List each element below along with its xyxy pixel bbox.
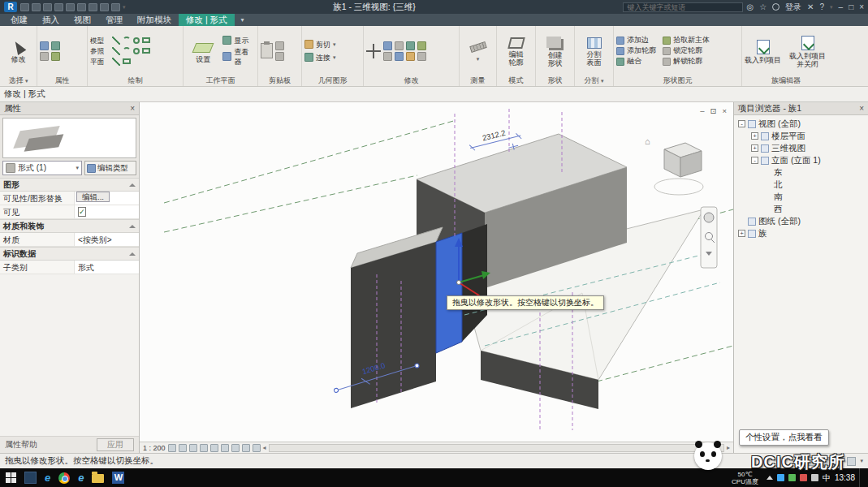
expand-icon[interactable]: [751, 132, 758, 140]
ref-arc-icon[interactable]: [123, 47, 131, 55]
lock-profile-button[interactable]: 锁定轮廓: [663, 46, 710, 55]
file-explorer-icon[interactable]: [92, 474, 104, 483]
ref-line-icon[interactable]: [112, 47, 120, 55]
plane-pick-icon[interactable]: [123, 58, 131, 64]
offset-icon[interactable]: [395, 41, 404, 50]
clock[interactable]: 13:38: [835, 473, 855, 482]
visibility-edit-button[interactable]: 编辑...: [76, 192, 110, 202]
help-dropdown-icon[interactable]: ▾: [830, 4, 833, 11]
scale-button[interactable]: 1 : 200: [143, 444, 166, 452]
mass-face-wing-front[interactable]: [351, 242, 436, 408]
tab-view[interactable]: 视图: [67, 14, 98, 26]
3d-view-icon[interactable]: [100, 3, 109, 11]
sun-path-icon[interactable]: [189, 444, 197, 452]
print-icon[interactable]: [66, 3, 75, 11]
tab-addins[interactable]: 附加模块: [130, 14, 179, 26]
draw-arc-icon[interactable]: [123, 37, 131, 45]
viewcube-home-icon[interactable]: ⌂: [645, 136, 650, 146]
type-properties-icon[interactable]: [51, 52, 60, 61]
temporary-hide-isolate-icon[interactable]: [242, 444, 250, 452]
view-close-icon[interactable]: ×: [722, 106, 727, 115]
family-types-icon[interactable]: [51, 41, 60, 50]
signin-label[interactable]: 登录: [785, 2, 801, 13]
delete-icon[interactable]: [417, 52, 426, 61]
blend-button[interactable]: 融合: [616, 57, 656, 66]
tab-create[interactable]: 创建: [3, 14, 35, 26]
apply-button[interactable]: 应用: [97, 438, 134, 451]
measure-tool-icon[interactable]: [469, 41, 486, 53]
promo-bubble[interactable]: 个性设置，点我看看: [739, 429, 829, 446]
tab-insert[interactable]: 插入: [35, 14, 67, 26]
save-icon[interactable]: [32, 3, 41, 11]
tree-item-west[interactable]: 西: [734, 203, 868, 215]
tree-item-views[interactable]: 视图 (全部): [734, 118, 868, 130]
section-icon[interactable]: [111, 3, 120, 11]
ie-icon[interactable]: e: [78, 472, 84, 484]
cut-icon[interactable]: [275, 41, 284, 50]
divide-surface-button[interactable]: 分割表面: [577, 35, 611, 67]
reveal-hidden-elements-icon[interactable]: [253, 444, 261, 452]
plane-line-icon[interactable]: [112, 58, 120, 66]
rotate-icon[interactable]: [417, 41, 426, 50]
shadows-icon[interactable]: [200, 444, 208, 452]
material-value[interactable]: <按类别>: [75, 233, 139, 246]
draw-circle-icon[interactable]: [133, 37, 140, 44]
gizmo-origin[interactable]: [457, 281, 461, 285]
edge-icon[interactable]: e: [45, 472, 50, 484]
subcategory-value[interactable]: 形式: [75, 261, 139, 274]
rendering-icon[interactable]: [210, 444, 218, 452]
favorites-icon[interactable]: ☆: [759, 2, 767, 12]
visual-style-icon[interactable]: [179, 444, 187, 452]
tab-manage[interactable]: 管理: [98, 14, 130, 26]
start-button[interactable]: [6, 472, 16, 483]
tree-item-floorplans[interactable]: 楼层平面: [734, 130, 868, 142]
redo-icon[interactable]: [54, 3, 63, 11]
chrome-icon[interactable]: [58, 472, 70, 484]
taskbar-app-icon[interactable]: [24, 472, 37, 484]
scroll-right-icon[interactable]: ▸: [727, 444, 730, 451]
search-input[interactable]: [623, 2, 743, 12]
scroll-left-icon[interactable]: ◂: [263, 444, 266, 451]
edit-profile-button[interactable]: 编辑轮廓: [499, 35, 533, 67]
horizontal-scrollbar[interactable]: [269, 444, 724, 452]
ref-circle-icon[interactable]: [133, 48, 140, 54]
type-selector[interactable]: 形式 (1) ▾: [2, 161, 82, 175]
search-icon[interactable]: ◎: [746, 2, 754, 12]
tree-item-east[interactable]: 东: [734, 166, 868, 179]
properties-palette-icon[interactable]: [40, 41, 49, 50]
hidden-icons-icon[interactable]: [767, 476, 773, 480]
tray-icon[interactable]: [811, 474, 818, 481]
family-category-icon[interactable]: [40, 52, 49, 61]
open-icon[interactable]: [20, 3, 29, 11]
edit-type-button[interactable]: 编辑类型: [84, 161, 136, 175]
collapse-icon[interactable]: [738, 120, 745, 127]
paste-icon[interactable]: [261, 43, 273, 58]
tree-item-families[interactable]: 族: [734, 227, 868, 239]
tray-icon[interactable]: [777, 474, 784, 481]
tree-item-sheets[interactable]: 图纸 (全部): [734, 215, 868, 227]
navigation-bar[interactable]: [701, 207, 717, 268]
collapse-icon[interactable]: [751, 157, 758, 164]
mirror-icon[interactable]: [406, 41, 415, 50]
ribbon-minimize-icon[interactable]: ▾: [241, 14, 244, 26]
exchange-apps-icon[interactable]: ✕: [807, 2, 814, 12]
word-icon[interactable]: W: [112, 472, 124, 484]
mass-form[interactable]: [140, 102, 704, 409]
create-form-button[interactable]: 创建形状: [538, 34, 572, 67]
section-identity[interactable]: 标识数据: [0, 247, 139, 261]
properties-header[interactable]: 属性 ×: [0, 102, 139, 115]
ref-rectangle-icon[interactable]: [142, 48, 150, 54]
steering-wheel-icon[interactable]: [704, 213, 714, 222]
properties-help-link[interactable]: 属性帮助: [5, 439, 37, 450]
ime-indicator[interactable]: 中: [823, 472, 831, 484]
section-graphics[interactable]: 图形: [0, 178, 139, 192]
expand-icon[interactable]: [751, 144, 758, 152]
tray-icon[interactable]: [800, 474, 807, 481]
move-icon[interactable]: [366, 44, 381, 58]
restore-icon[interactable]: □: [849, 2, 853, 12]
show-workplane-button[interactable]: 显示: [222, 36, 255, 45]
drawing-area[interactable]: 2312.2 1200.0: [140, 102, 733, 453]
add-edge-button[interactable]: 添加边: [616, 36, 656, 45]
pick-new-host-button[interactable]: 拾取新主体: [663, 36, 710, 45]
copy-icon[interactable]: [275, 52, 284, 61]
